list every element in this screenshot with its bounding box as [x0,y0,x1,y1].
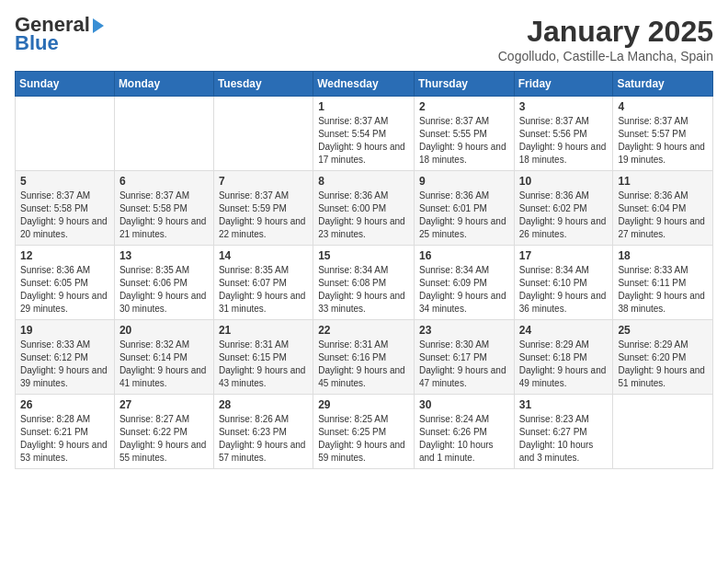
day-number: 30 [419,398,509,411]
day-info: Sunrise: 8:36 AM Sunset: 6:02 PM Dayligh… [519,190,609,241]
calendar-day-cell [114,97,213,171]
day-number: 24 [519,324,609,337]
sunset-label: Sunset: 6:26 PM [419,427,487,437]
sunrise-label: Sunrise: 8:32 AM [119,339,189,350]
sunrise-label: Sunrise: 8:28 AM [20,414,90,424]
day-number: 28 [219,398,308,411]
day-info: Sunrise: 8:37 AM Sunset: 5:55 PM Dayligh… [419,115,509,167]
calendar-day-cell: 26 Sunrise: 8:28 AM Sunset: 6:21 PM Dayl… [16,395,115,469]
calendar-day-cell: 21 Sunrise: 8:31 AM Sunset: 6:15 PM Dayl… [213,320,313,395]
calendar-day-cell [213,97,313,171]
daylight-label: Daylight: 9 hours and 33 minutes. [318,291,405,314]
day-number: 3 [519,100,609,113]
sunrise-label: Sunrise: 8:25 AM [318,414,388,424]
sunrise-label: Sunrise: 8:23 AM [519,414,589,424]
day-number: 8 [318,175,409,188]
sunset-label: Sunset: 5:56 PM [519,129,587,139]
sunset-label: Sunset: 6:22 PM [119,427,188,437]
day-info: Sunrise: 8:37 AM Sunset: 5:59 PM Dayligh… [219,190,308,241]
daylight-label: Daylight: 9 hours and 20 minutes. [20,216,108,239]
day-number: 31 [519,398,609,411]
day-info: Sunrise: 8:29 AM Sunset: 6:18 PM Dayligh… [519,339,609,390]
col-monday: Monday [114,72,213,97]
calendar-day-cell: 22 Sunrise: 8:31 AM Sunset: 6:16 PM Dayl… [313,320,415,395]
daylight-label: Daylight: 9 hours and 53 minutes. [20,440,108,463]
sunset-label: Sunset: 6:16 PM [318,352,386,362]
daylight-label: Daylight: 9 hours and 57 minutes. [219,440,306,463]
sunset-label: Sunset: 6:21 PM [20,427,88,437]
day-info: Sunrise: 8:30 AM Sunset: 6:17 PM Dayligh… [419,339,509,390]
calendar-day-cell: 5 Sunrise: 8:37 AM Sunset: 5:58 PM Dayli… [16,171,115,246]
sunset-label: Sunset: 5:54 PM [318,129,386,139]
daylight-label: Daylight: 9 hours and 45 minutes. [318,365,405,388]
calendar-day-cell: 2 Sunrise: 8:37 AM Sunset: 5:55 PM Dayli… [414,97,514,171]
sunrise-label: Sunrise: 8:37 AM [519,116,589,126]
calendar-day-cell: 15 Sunrise: 8:34 AM Sunset: 6:08 PM Dayl… [313,246,415,320]
calendar-day-cell: 30 Sunrise: 8:24 AM Sunset: 6:26 PM Dayl… [414,395,514,469]
daylight-label: Daylight: 9 hours and 34 minutes. [419,291,506,314]
sunrise-label: Sunrise: 8:30 AM [419,339,489,350]
sunrise-label: Sunrise: 8:27 AM [119,414,189,424]
daylight-label: Daylight: 10 hours and 3 minutes. [519,440,594,463]
daylight-label: Daylight: 9 hours and 19 minutes. [618,142,705,165]
sunset-label: Sunset: 6:18 PM [519,352,587,362]
sunset-label: Sunset: 6:04 PM [618,203,686,213]
calendar-week-row: 5 Sunrise: 8:37 AM Sunset: 5:58 PM Dayli… [16,171,713,246]
sunset-label: Sunset: 6:00 PM [318,203,386,213]
sunrise-label: Sunrise: 8:29 AM [618,339,688,350]
day-number: 19 [20,324,109,337]
daylight-label: Daylight: 9 hours and 39 minutes. [20,365,108,388]
sunset-label: Sunset: 6:25 PM [318,427,386,437]
day-number: 11 [618,175,708,188]
calendar-day-cell: 9 Sunrise: 8:36 AM Sunset: 6:01 PM Dayli… [414,171,514,246]
calendar-day-cell [613,395,713,469]
daylight-label: Daylight: 9 hours and 43 minutes. [219,365,306,388]
daylight-label: Daylight: 9 hours and 38 minutes. [618,291,705,314]
calendar-day-cell: 11 Sunrise: 8:36 AM Sunset: 6:04 PM Dayl… [613,171,713,246]
day-info: Sunrise: 8:36 AM Sunset: 6:00 PM Dayligh… [318,190,409,241]
day-number: 9 [419,175,509,188]
sunrise-label: Sunrise: 8:34 AM [419,265,489,275]
sunrise-label: Sunrise: 8:37 AM [618,116,688,126]
sunrise-label: Sunrise: 8:37 AM [419,116,489,126]
calendar-table: Sunday Monday Tuesday Wednesday Thursday… [15,71,713,469]
calendar-day-cell: 6 Sunrise: 8:37 AM Sunset: 5:58 PM Dayli… [114,171,213,246]
day-number: 25 [618,324,708,337]
day-number: 5 [20,175,109,188]
sunset-label: Sunset: 5:58 PM [20,203,88,213]
calendar-day-cell: 23 Sunrise: 8:30 AM Sunset: 6:17 PM Dayl… [414,320,514,395]
calendar-day-cell: 19 Sunrise: 8:33 AM Sunset: 6:12 PM Dayl… [16,320,115,395]
calendar-day-cell: 3 Sunrise: 8:37 AM Sunset: 5:56 PM Dayli… [514,97,613,171]
calendar-day-cell [16,97,115,171]
sunset-label: Sunset: 5:55 PM [419,129,487,139]
sunrise-label: Sunrise: 8:36 AM [519,190,589,201]
sunset-label: Sunset: 5:58 PM [119,203,188,213]
day-number: 2 [419,100,509,113]
day-info: Sunrise: 8:37 AM Sunset: 5:54 PM Dayligh… [318,115,409,167]
day-info: Sunrise: 8:34 AM Sunset: 6:08 PM Dayligh… [318,264,409,316]
day-number: 21 [219,324,308,337]
daylight-label: Daylight: 9 hours and 18 minutes. [419,142,506,165]
calendar-day-cell: 16 Sunrise: 8:34 AM Sunset: 6:09 PM Dayl… [414,246,514,320]
day-number: 10 [519,175,609,188]
day-number: 18 [618,249,708,262]
day-number: 15 [318,249,409,262]
col-wednesday: Wednesday [313,72,415,97]
daylight-label: Daylight: 9 hours and 25 minutes. [419,216,506,239]
calendar-day-cell: 20 Sunrise: 8:32 AM Sunset: 6:14 PM Dayl… [114,320,213,395]
sunset-label: Sunset: 6:02 PM [519,203,587,213]
day-info: Sunrise: 8:25 AM Sunset: 6:25 PM Dayligh… [318,413,409,465]
day-info: Sunrise: 8:37 AM Sunset: 5:57 PM Dayligh… [618,115,708,167]
day-info: Sunrise: 8:35 AM Sunset: 6:06 PM Dayligh… [119,264,209,316]
calendar-day-cell: 28 Sunrise: 8:26 AM Sunset: 6:23 PM Dayl… [213,395,313,469]
calendar-header-row: Sunday Monday Tuesday Wednesday Thursday… [16,72,713,97]
col-friday: Friday [514,72,613,97]
day-info: Sunrise: 8:28 AM Sunset: 6:21 PM Dayligh… [20,413,109,465]
daylight-label: Daylight: 9 hours and 59 minutes. [318,440,405,463]
logo-blue: Blue [15,33,59,53]
sunrise-label: Sunrise: 8:37 AM [119,190,189,201]
sunset-label: Sunset: 6:11 PM [618,278,686,288]
sunset-label: Sunset: 6:06 PM [119,278,188,288]
calendar-day-cell: 24 Sunrise: 8:29 AM Sunset: 6:18 PM Dayl… [514,320,613,395]
sunset-label: Sunset: 6:23 PM [219,427,287,437]
